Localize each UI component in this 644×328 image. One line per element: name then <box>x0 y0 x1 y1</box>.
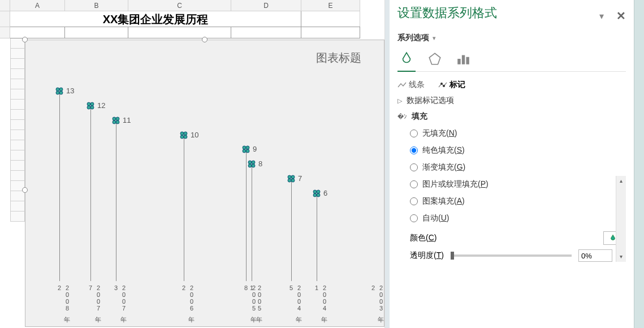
svg-point-19 <box>246 149 249 153</box>
resize-handle-ml[interactable] <box>22 187 28 193</box>
svg-point-20 <box>248 161 252 164</box>
pane-close-button[interactable]: ✕ <box>616 9 626 23</box>
data-label: 12 <box>97 101 105 110</box>
data-label: 13 <box>66 87 74 95</box>
data-marker[interactable] <box>242 145 250 153</box>
pane-menu-dropdown[interactable]: ▾ <box>599 11 604 21</box>
drop-line <box>252 164 252 281</box>
svg-point-24 <box>288 175 291 179</box>
transparency-input[interactable] <box>578 249 612 262</box>
svg-point-23 <box>252 164 255 167</box>
drop-line <box>90 106 91 281</box>
plot-area[interactable]: 132008年2122007年7112007年3102006年292005年88… <box>37 74 373 315</box>
svg-point-26 <box>288 179 291 182</box>
drop-line <box>317 193 317 281</box>
svg-point-29 <box>317 190 320 193</box>
header-row-2[interactable] <box>10 27 360 38</box>
svg-point-2 <box>56 91 59 94</box>
svg-marker-32 <box>429 53 440 64</box>
tab-series-options[interactable] <box>454 50 472 68</box>
drop-line <box>184 135 184 281</box>
tab-effects[interactable] <box>426 50 444 68</box>
data-marker[interactable] <box>313 189 321 197</box>
tab-fill-line[interactable] <box>397 50 416 68</box>
pane-scrollbar[interactable]: ▴ ▾ <box>616 176 626 262</box>
cell-e1[interactable] <box>301 11 360 27</box>
color-label: 颜色(C) <box>410 233 436 243</box>
x-axis-label: 2008年2 <box>56 284 71 315</box>
col-header-b[interactable]: B <box>65 0 128 11</box>
svg-point-17 <box>246 146 249 149</box>
data-marker[interactable] <box>87 102 94 110</box>
svg-point-1 <box>59 88 63 91</box>
data-label: 10 <box>191 131 198 139</box>
svg-point-36 <box>440 83 443 85</box>
svg-point-6 <box>87 106 90 109</box>
svg-point-7 <box>90 106 94 109</box>
radio-gradient-fill[interactable]: 渐变填充(G) <box>410 162 626 172</box>
resize-handle-tm[interactable] <box>202 37 208 42</box>
chevron-down-icon: ▾ <box>433 34 436 42</box>
svg-point-0 <box>56 88 59 91</box>
svg-point-31 <box>317 193 320 197</box>
radio-picture-fill[interactable]: 图片或纹理填充(P) <box>410 179 626 189</box>
svg-point-25 <box>291 175 295 179</box>
col-header-e[interactable]: E <box>301 0 360 11</box>
drop-line <box>116 120 116 281</box>
drop-line <box>246 149 247 281</box>
svg-point-10 <box>113 120 116 124</box>
chart-object[interactable]: 图表标题 132008年2122007年7112007年3102006年2920… <box>25 40 384 327</box>
x-axis-label: 2006年2 <box>180 284 196 315</box>
radio-no-fill[interactable]: 无填充(N) <box>410 128 626 139</box>
worksheet-area: A B C D E XX集团企业发展历程 图表标题 132008年2122007… <box>0 0 385 328</box>
pane-title: 设置数据系列格式 <box>397 5 497 21</box>
select-all-cell[interactable] <box>0 0 10 11</box>
chart-title[interactable]: 图表标题 <box>316 50 361 66</box>
sheet-title-cell[interactable]: XX集团企业发展历程 <box>10 11 301 27</box>
row-headers[interactable] <box>10 38 25 222</box>
svg-point-12 <box>180 132 184 135</box>
pane-divider[interactable] <box>385 0 390 328</box>
series-options-dropdown[interactable]: 系列选项 ▾ <box>397 33 626 43</box>
section-fill[interactable]: �ﾝ 填充 <box>397 111 626 122</box>
svg-rect-34 <box>462 55 465 64</box>
subtab-line[interactable]: 线条 <box>397 80 425 90</box>
data-label: 8 <box>258 159 262 168</box>
data-marker[interactable] <box>180 131 188 139</box>
transparency-label: 透明度(T) <box>410 251 444 261</box>
data-marker[interactable] <box>287 175 295 183</box>
svg-point-15 <box>184 135 187 139</box>
subtab-marker[interactable]: 标记 <box>438 80 465 90</box>
data-marker[interactable] <box>112 116 120 124</box>
data-marker[interactable] <box>248 160 256 168</box>
svg-point-21 <box>252 161 255 164</box>
col-header-d[interactable]: D <box>231 0 301 11</box>
scroll-down-button[interactable]: ▾ <box>616 252 626 262</box>
resize-handle-tl[interactable] <box>22 37 28 42</box>
scroll-up-button[interactable]: ▴ <box>616 176 626 186</box>
section-marker-options[interactable]: ▷ 数据标记选项 <box>397 96 626 106</box>
radio-auto-fill[interactable]: 自动(U) <box>410 213 626 223</box>
svg-point-27 <box>291 179 295 182</box>
col-header-a[interactable]: A <box>10 0 65 11</box>
svg-point-22 <box>248 164 252 167</box>
fill-radio-group: 无填充(N) 纯色填充(S) 渐变填充(G) 图片或纹理填充(P) 图案填充(A… <box>410 128 626 223</box>
x-axis-label: 2004年5 <box>288 284 303 315</box>
data-label: 9 <box>253 145 257 153</box>
x-axis-label: 2004年1 <box>313 284 329 315</box>
svg-rect-35 <box>466 57 469 64</box>
radio-pattern-fill[interactable]: 图案填充(A) <box>410 196 626 206</box>
data-label: 6 <box>323 189 327 197</box>
svg-point-37 <box>443 85 445 87</box>
col-header-c[interactable]: C <box>128 0 231 11</box>
transparency-slider[interactable] <box>451 254 572 257</box>
row-header-2[interactable] <box>0 27 10 38</box>
radio-solid-fill[interactable]: 纯色填充(S) <box>410 145 626 156</box>
x-axis-label: 2007年7 <box>87 284 102 315</box>
row-header-1[interactable] <box>0 11 10 27</box>
data-marker[interactable] <box>55 87 63 95</box>
svg-point-28 <box>313 190 317 193</box>
format-pane: 设置数据系列格式 ▾ ✕ 系列选项 ▾ 线条 标记 ▷ 数据标记选项 <box>390 0 634 328</box>
svg-point-8 <box>113 117 116 120</box>
column-headers[interactable]: A B C D E <box>10 0 360 11</box>
